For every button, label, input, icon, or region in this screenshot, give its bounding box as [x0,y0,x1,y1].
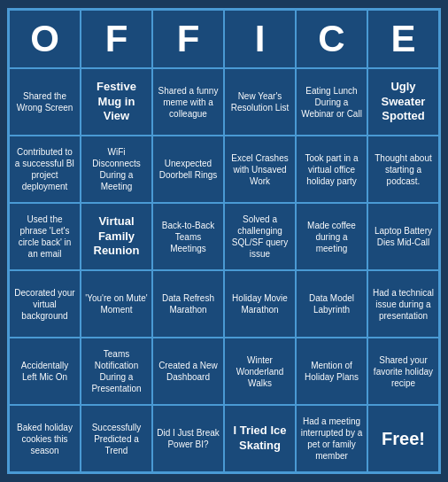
header-letter: O [9,10,81,68]
bingo-cell[interactable]: Mention of Holiday Plans [296,338,367,405]
bingo-cell[interactable]: Shared the Wrong Screen [9,68,81,136]
bingo-cell[interactable]: Back-to-Back Teams Meetings [152,203,224,270]
bingo-cell[interactable]: Accidentally Left Mic On [9,338,81,405]
bingo-cell[interactable]: Made coffee during a meeting [296,203,367,270]
bingo-cell[interactable]: Excel Crashes with Unsaved Work [224,136,296,203]
bingo-cell[interactable]: Took part in a virtual office holiday pa… [296,136,367,203]
bingo-cell[interactable]: Teams Notification During a Presentation [81,338,152,405]
bingo-cell[interactable]: Used the phrase 'Let's circle back' in a… [9,203,81,270]
bingo-cell[interactable]: Data Refresh Marathon [152,270,224,338]
bingo-cell[interactable]: New Year's Resolution List [224,68,296,136]
bingo-cell[interactable]: Baked holiday cookies this season [9,405,81,472]
header-letter: F [81,10,152,68]
bingo-cell[interactable]: Had a meeting interrupted by a pet or fa… [296,405,367,472]
bingo-cell[interactable]: Laptop Battery Dies Mid-Call [367,203,439,270]
bingo-cell[interactable]: Holiday Movie Marathon [224,270,296,338]
bingo-cell[interactable]: Solved a challenging SQL/SF query issue [224,203,296,270]
bingo-cell[interactable]: Data Model Labyrinth [296,270,367,338]
bingo-cell[interactable]: Created a New Dashboard [152,338,224,405]
header-letter: C [296,10,367,68]
bingo-cell[interactable]: Contributed to a successful BI project d… [9,136,81,203]
bingo-cell[interactable]: Shared your favorite holiday recipe [367,338,439,405]
bingo-cell[interactable]: Festive Mug in View [81,68,152,136]
bingo-cell[interactable]: Had a technical issue during a presentat… [367,270,439,338]
bingo-cell[interactable]: Eating Lunch During a Webinar or Call [296,68,367,136]
bingo-cell[interactable]: 'You're on Mute' Moment [81,270,152,338]
bingo-cell[interactable]: I Tried Ice Skating [224,405,296,472]
bingo-cell[interactable]: Decorated your virtual background [9,270,81,338]
bingo-cell[interactable]: WiFi Disconnects During a Meeting [81,136,152,203]
bingo-cell[interactable]: Free! [367,405,439,472]
header-letter: I [224,10,296,68]
bingo-cell[interactable]: Virtual Family Reunion [81,203,152,270]
bingo-grid: Shared the Wrong ScreenFestive Mug in Vi… [9,68,439,472]
bingo-card: OFFICE Shared the Wrong ScreenFestive Mu… [7,8,441,474]
bingo-cell[interactable]: Ugly Sweater Spotted [367,68,439,136]
bingo-cell[interactable]: Shared a funny meme with a colleague [152,68,224,136]
bingo-cell[interactable]: Thought about starting a podcast. [367,136,439,203]
bingo-cell[interactable]: Did I Just Break Power BI? [152,405,224,472]
header-letter: E [367,10,439,68]
bingo-cell[interactable]: Winter Wonderland Walks [224,338,296,405]
bingo-cell[interactable]: Successfully Predicted a Trend [81,405,152,472]
bingo-header: OFFICE [9,10,439,68]
bingo-cell[interactable]: Unexpected Doorbell Rings [152,136,224,203]
header-letter: F [152,10,224,68]
